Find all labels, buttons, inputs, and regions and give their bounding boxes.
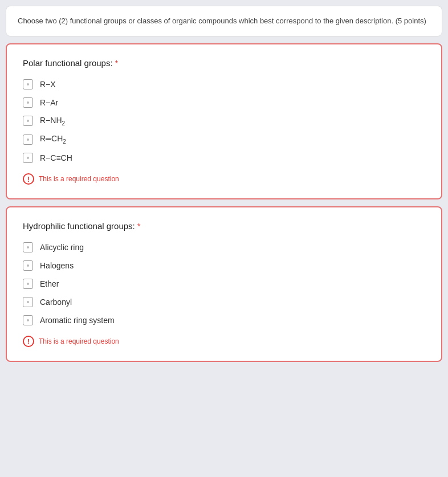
hydrophilic-label-aromatic: Aromatic ring system xyxy=(40,316,115,325)
polar-label-rx: R−X xyxy=(40,80,56,89)
polar-checkbox-rar[interactable] xyxy=(23,97,33,108)
hydrophilic-checkbox-alicyclic[interactable] xyxy=(23,242,33,252)
subscript-2-rch: 2 xyxy=(63,138,66,145)
polar-option-rx[interactable]: R−X xyxy=(23,79,425,89)
polar-label-rch2: R═CH2 xyxy=(40,134,66,145)
polar-error-icon: ! xyxy=(23,173,34,185)
hydrophilic-checkbox-ether[interactable] xyxy=(23,279,33,289)
hydrophilic-label-ether: Ether xyxy=(40,279,59,288)
hydrophilic-checkbox-carbonyl[interactable] xyxy=(23,297,33,307)
instruction-text: Choose two (2) functional groups or clas… xyxy=(18,15,430,27)
polar-option-rnh2[interactable]: R−NH2 xyxy=(23,116,425,127)
polar-option-rar[interactable]: R−Ar xyxy=(23,97,425,108)
hydrophilic-error-text: This is a required question xyxy=(39,337,119,345)
polar-label-text: Polar functional groups: xyxy=(23,58,113,68)
polar-checkbox-dot-rcch xyxy=(27,157,29,159)
polar-checkbox-dot-rar xyxy=(27,101,29,104)
hydrophilic-checkbox-aromatic[interactable] xyxy=(23,315,33,325)
hydrophilic-required-star: * xyxy=(137,221,141,231)
polar-label-rar: R−Ar xyxy=(40,98,58,107)
hydrophilic-label-halogens: Halogens xyxy=(40,261,74,270)
hydrophilic-option-carbonyl[interactable]: Carbonyl xyxy=(23,297,425,307)
polar-checkbox-rx[interactable] xyxy=(23,79,33,89)
hydrophilic-option-alicyclic[interactable]: Alicyclic ring xyxy=(23,242,425,252)
hydrophilic-option-aromatic[interactable]: Aromatic ring system xyxy=(23,315,425,325)
hydrophilic-label-alicyclic: Alicyclic ring xyxy=(40,243,84,252)
hydrophilic-option-ether[interactable]: Ether xyxy=(23,279,425,289)
hydrophilic-checkbox-dot-ether xyxy=(27,283,29,285)
polar-question-label: Polar functional groups:* xyxy=(23,58,425,68)
hydrophilic-label-carbonyl: Carbonyl xyxy=(40,297,72,307)
hydrophilic-checkbox-dot-alicyclic xyxy=(27,246,29,248)
polar-checkbox-rcch[interactable] xyxy=(23,153,33,163)
hydrophilic-option-halogens[interactable]: Halogens xyxy=(23,260,425,271)
polar-option-rcch[interactable]: R−C≡CH xyxy=(23,153,425,163)
hydrophilic-functional-groups-card: Hydrophilic functional groups:* Alicycli… xyxy=(6,206,442,362)
polar-error-text: This is a required question xyxy=(39,175,119,183)
hydrophilic-question-label: Hydrophilic functional groups:* xyxy=(23,221,425,231)
hydrophilic-checkbox-dot-carbonyl xyxy=(27,301,29,303)
instruction-box: Choose two (2) functional groups or clas… xyxy=(6,6,442,36)
polar-options-group: R−X R−Ar R−NH2 R═CH2 R−C≡CH xyxy=(23,79,425,164)
polar-required-star: * xyxy=(115,58,119,68)
polar-functional-groups-card: Polar functional groups:* R−X R−Ar R−NH2 xyxy=(6,43,442,200)
hydrophilic-checkbox-halogens[interactable] xyxy=(23,260,33,271)
polar-checkbox-dot-rx xyxy=(27,83,29,85)
polar-label-rnh2: R−NH2 xyxy=(40,116,65,127)
subscript-2-rnh: 2 xyxy=(62,120,66,126)
polar-checkbox-dot-rch2 xyxy=(27,138,29,141)
polar-checkbox-dot-rnh2 xyxy=(27,120,29,122)
polar-checkbox-rch2[interactable] xyxy=(23,134,33,145)
hydrophilic-error-row: ! This is a required question xyxy=(23,336,425,347)
hydrophilic-checkbox-dot-aromatic xyxy=(27,319,29,321)
polar-option-rch2[interactable]: R═CH2 xyxy=(23,134,425,145)
hydrophilic-error-icon: ! xyxy=(23,336,34,347)
polar-label-rcch: R−C≡CH xyxy=(40,153,72,162)
polar-checkbox-rnh2[interactable] xyxy=(23,116,33,126)
hydrophilic-options-group: Alicyclic ring Halogens Ether Carbonyl A xyxy=(23,242,425,325)
hydrophilic-checkbox-dot-halogens xyxy=(27,264,29,267)
hydrophilic-label-text: Hydrophilic functional groups: xyxy=(23,221,135,231)
polar-error-row: ! This is a required question xyxy=(23,173,425,185)
